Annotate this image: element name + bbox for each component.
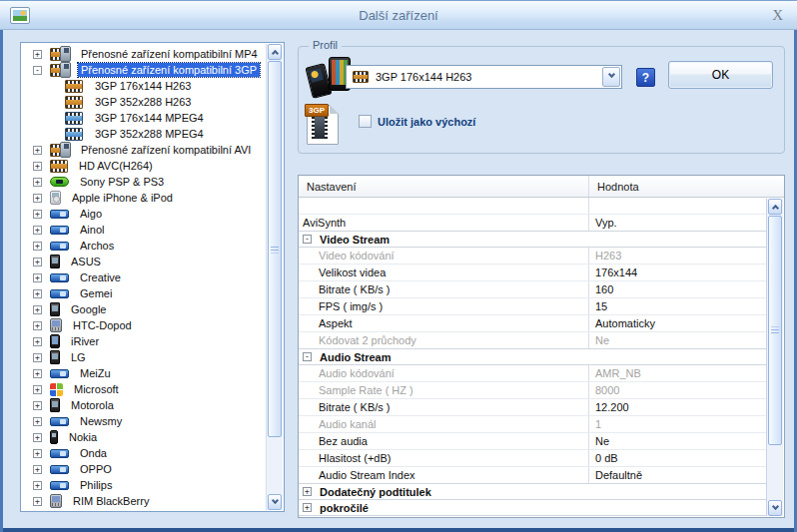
- settings-row[interactable]: AviSynthVyp.: [299, 215, 766, 232]
- tree-item[interactable]: +Aigo: [21, 206, 266, 222]
- settings-section-row[interactable]: -Audio Stream: [299, 348, 766, 365]
- tree-toggle-icon[interactable]: +: [33, 353, 42, 362]
- settings-row[interactable]: Bitrate ( KB/s )160: [299, 281, 766, 298]
- tree-item[interactable]: -Přenosné zařízení kompatibilní 3GP: [21, 62, 266, 78]
- column-header-setting[interactable]: Nastavení: [299, 181, 588, 193]
- tree-toggle-icon[interactable]: +: [33, 210, 42, 219]
- tree-toggle-icon[interactable]: +: [33, 258, 42, 266]
- ok-button[interactable]: OK: [668, 61, 773, 89]
- tree-item[interactable]: 3GP 352x288 H263: [21, 94, 266, 110]
- device-film-icon: [50, 64, 70, 77]
- tree-toggle-icon[interactable]: +: [33, 433, 42, 442]
- tree-item[interactable]: +OPPO: [21, 461, 266, 477]
- section-toggle-icon[interactable]: +: [303, 487, 312, 496]
- section-toggle-icon[interactable]: -: [303, 352, 312, 361]
- close-icon[interactable]: X: [772, 7, 783, 24]
- tree-item[interactable]: +ASUS: [21, 254, 266, 269]
- settings-row[interactable]: Audio kódováníAMR_NB: [299, 365, 766, 382]
- tree-item[interactable]: +Nokia: [21, 429, 266, 445]
- settings-section-row[interactable]: +pokročilé: [299, 499, 766, 516]
- tree-toggle-icon[interactable]: +: [33, 242, 42, 251]
- settings-row[interactable]: Velikost videa176x144: [299, 265, 766, 281]
- tree-item[interactable]: 3GP 176x144 H263: [21, 78, 266, 94]
- tree-toggle-icon[interactable]: +: [33, 321, 42, 330]
- profile-select[interactable]: 3GP 176x144 H263: [346, 65, 622, 89]
- settings-row[interactable]: Bitrate ( KB/s )12.200: [299, 399, 766, 416]
- device-film-icon: [50, 144, 70, 157]
- tree-toggle-icon[interactable]: +: [33, 289, 42, 298]
- settings-row[interactable]: Kódovat 2 průchodyNe: [299, 332, 766, 349]
- tree-scrollbar[interactable]: [266, 44, 283, 510]
- tree-item[interactable]: +Apple iPhone & iPod: [21, 190, 266, 206]
- tree-toggle-icon[interactable]: +: [33, 194, 42, 203]
- tree-toggle-icon[interactable]: +: [33, 449, 42, 458]
- scroll-down-icon[interactable]: [268, 494, 282, 510]
- tree-toggle-icon[interactable]: +: [33, 481, 42, 490]
- settings-row[interactable]: Audio kanál1: [299, 416, 766, 433]
- setting-value: Defaultně: [595, 469, 642, 481]
- column-header-value[interactable]: Hodnota: [588, 176, 784, 197]
- settings-section-row[interactable]: +Dodatečný podtitulek: [299, 483, 766, 500]
- table-scrollbar[interactable]: [766, 199, 783, 516]
- tree-toggle-icon[interactable]: +: [33, 162, 42, 171]
- tree-scrollbar-thumb[interactable]: [268, 61, 282, 437]
- settings-row[interactable]: Sample Rate ( HZ )8000: [299, 382, 766, 399]
- tree-toggle-icon[interactable]: +: [33, 465, 42, 474]
- tree-item[interactable]: +Ainol: [21, 222, 266, 238]
- settings-row[interactable]: Audio Stream IndexDefaultně: [299, 467, 766, 484]
- tree-item[interactable]: +RIM BlackBerry: [21, 493, 266, 509]
- tree-item[interactable]: +HD AVC(H264): [21, 158, 266, 174]
- settings-section-row[interactable]: -Video Stream: [299, 231, 766, 248]
- tree-item[interactable]: +iRiver: [21, 333, 266, 349]
- settings-row[interactable]: Bez audiaNe: [299, 433, 766, 450]
- tree-item[interactable]: +Přenosné zařízení kompatibilní MP4: [21, 46, 266, 62]
- section-toggle-icon[interactable]: +: [303, 503, 312, 512]
- tree-item[interactable]: +Motorola: [21, 397, 266, 413]
- setting-value: 15: [595, 300, 607, 312]
- tree-toggle-icon[interactable]: +: [33, 369, 42, 378]
- tree-item[interactable]: +Gemei: [21, 285, 266, 301]
- player-blue-icon: [50, 273, 69, 282]
- tree-item[interactable]: +Google: [21, 301, 266, 317]
- combo-dropdown-icon[interactable]: [602, 67, 620, 87]
- tree-item[interactable]: +Creative: [21, 269, 266, 285]
- settings-row[interactable]: [299, 198, 766, 215]
- settings-row[interactable]: Hlasitost (+dB)0 dB: [299, 450, 766, 467]
- table-scrollbar-thumb[interactable]: [768, 216, 782, 445]
- tree-item[interactable]: +Microsoft: [21, 381, 266, 397]
- scroll-down-icon[interactable]: [768, 500, 782, 516]
- tree-item[interactable]: 3GP 176x144 MPEG4: [21, 110, 266, 126]
- tree-toggle-icon[interactable]: -: [33, 66, 42, 75]
- scroll-up-icon[interactable]: [768, 199, 782, 215]
- player-blue-icon: [50, 210, 69, 219]
- film-blue-icon: [65, 128, 83, 141]
- help-button[interactable]: ?: [636, 68, 655, 87]
- tree-toggle-icon[interactable]: +: [33, 178, 42, 187]
- tree-item[interactable]: 3GP 352x288 MPEG4: [21, 126, 266, 142]
- section-toggle-icon[interactable]: -: [303, 235, 312, 244]
- tree-item[interactable]: +Sony PSP & PS3: [21, 174, 266, 190]
- tree-item[interactable]: +Archos: [21, 238, 266, 254]
- tree-toggle-icon[interactable]: +: [33, 305, 42, 314]
- tree-item[interactable]: +Newsmy: [21, 413, 266, 429]
- settings-row[interactable]: AspektAutomaticky: [299, 315, 766, 332]
- tree-toggle-icon[interactable]: +: [33, 226, 42, 235]
- tree-toggle-icon[interactable]: +: [33, 50, 42, 59]
- save-default-checkbox[interactable]: [359, 115, 372, 128]
- tree-toggle-icon[interactable]: +: [33, 417, 42, 426]
- settings-row[interactable]: Video kódováníH263: [299, 248, 766, 265]
- tree-item[interactable]: +LG: [21, 349, 266, 365]
- tree-item[interactable]: +Onda: [21, 445, 266, 461]
- tree-item[interactable]: +Philips: [21, 477, 266, 493]
- tree-toggle-icon[interactable]: +: [33, 497, 42, 506]
- tree-toggle-icon[interactable]: +: [33, 273, 42, 282]
- tree-item[interactable]: +MeiZu: [21, 365, 266, 381]
- tree-item[interactable]: +HTC-Dopod: [21, 317, 266, 333]
- tree-toggle-icon[interactable]: +: [33, 385, 42, 394]
- tree-item[interactable]: +Přenosné zařízení kompatibilní AVI: [21, 142, 266, 158]
- tree-toggle-icon[interactable]: +: [33, 337, 42, 346]
- scroll-up-icon[interactable]: [268, 44, 282, 60]
- tree-toggle-icon[interactable]: +: [33, 146, 42, 155]
- tree-toggle-icon[interactable]: +: [33, 401, 42, 410]
- settings-row[interactable]: FPS ( img/s )15: [299, 298, 766, 315]
